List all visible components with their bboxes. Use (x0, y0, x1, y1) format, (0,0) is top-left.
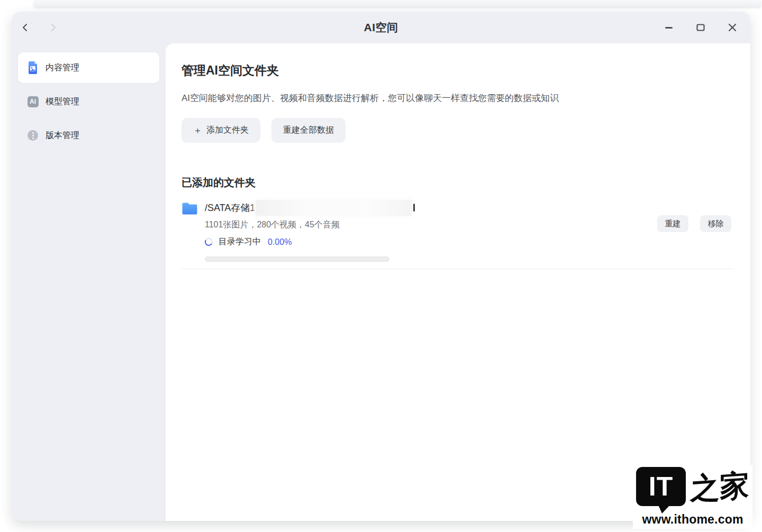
back-icon[interactable] (20, 23, 30, 32)
page-description: AI空间能够对您的图片、视频和音频数据进行解析，您可以像聊天一样查找您需要的数据… (182, 92, 733, 104)
close-icon[interactable] (727, 22, 738, 33)
background-window-strip (34, 0, 761, 7)
redacted-path-blur (256, 200, 412, 216)
titlebar: AI空间 (12, 12, 750, 43)
it-bubble-icon: IT (636, 467, 686, 506)
minimize-icon[interactable] (664, 22, 674, 33)
forward-icon[interactable] (49, 23, 58, 32)
watermark-url: www.ithome.com (642, 512, 743, 527)
sidebar: 内容管理 Ai 模型管理 版本管理 (12, 43, 166, 521)
added-folders-heading: 已添加的文件夹 (182, 176, 733, 190)
plus-icon: ＋ (193, 124, 202, 136)
folder-list-item: /SATA存储1 1101张图片，280个视频，45个音频 目录学习中 0.00… (182, 201, 733, 269)
rebuild-all-label: 重建全部数据 (283, 125, 334, 136)
status-percent: 0.00% (268, 237, 292, 247)
ai-model-icon: Ai (27, 95, 39, 108)
zhijia-calligraphy: 之家 (690, 470, 749, 503)
progress-bar (205, 256, 389, 262)
rebuild-all-button[interactable]: 重建全部数据 (271, 118, 346, 143)
sidebar-item-label: 模型管理 (46, 96, 79, 107)
sidebar-item-label: 内容管理 (46, 62, 79, 74)
window-title: AI空间 (364, 20, 398, 35)
window-controls (664, 22, 750, 33)
nav-arrows (12, 23, 58, 32)
add-folder-label: 添加文件夹 (206, 125, 249, 136)
ithome-watermark: IT 之家 www.ithome.com (633, 465, 752, 529)
folder-actions: 重建 移除 (657, 215, 731, 232)
page-title: 管理AI空间文件夹 (182, 62, 733, 79)
app-window: AI空间 (12, 12, 750, 521)
divider (182, 269, 733, 269)
sidebar-item-label: 版本管理 (46, 130, 79, 141)
sidebar-item-content-management[interactable]: 内容管理 (18, 52, 159, 83)
sidebar-item-version-management[interactable]: 版本管理 (18, 120, 159, 151)
folder-meta: 1101张图片，280个视频，45个音频 (205, 219, 412, 231)
maximize-icon[interactable] (695, 22, 706, 33)
remove-button[interactable]: 移除 (700, 215, 731, 232)
folder-icon (182, 202, 198, 215)
version-dots-icon (27, 129, 39, 142)
folder-status: 目录学习中 0.00% (205, 236, 412, 247)
ithome-logo: IT 之家 (636, 467, 749, 506)
folder-path: /SATA存储1 (205, 201, 255, 214)
it-logo-text: IT (649, 471, 673, 502)
main-panel: 管理AI空间文件夹 AI空间能够对您的图片、视频和音频数据进行解析，您可以像聊天… (166, 43, 750, 521)
loading-spinner-icon (204, 237, 213, 246)
action-row: ＋ 添加文件夹 重建全部数据 (182, 118, 733, 143)
sidebar-item-model-management[interactable]: Ai 模型管理 (18, 86, 159, 117)
add-folder-button[interactable]: ＋ 添加文件夹 (182, 118, 260, 143)
media-file-icon (27, 61, 39, 74)
status-label: 目录学习中 (219, 236, 261, 247)
rebuild-button[interactable]: 重建 (657, 215, 688, 232)
